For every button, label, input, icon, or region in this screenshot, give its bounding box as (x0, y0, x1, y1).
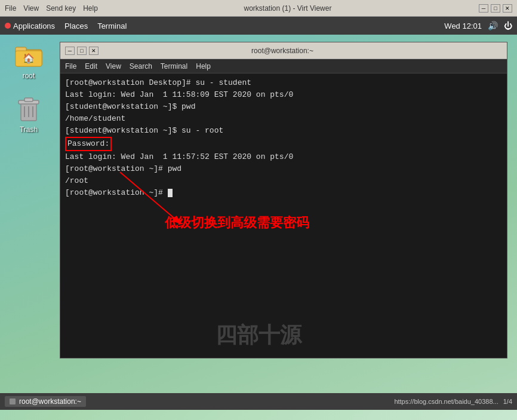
terminal-titlebar: ─ □ ✕ root@workstation:~ (60, 42, 507, 59)
term-line-7: [root@workstation ~]# pwd (65, 163, 502, 175)
cursor (168, 189, 173, 197)
term-menu-view[interactable]: View (106, 62, 121, 70)
term-line-8: /root (65, 175, 502, 187)
taskbar-icon (10, 398, 16, 404)
term-line-5: Password: (65, 137, 502, 151)
close-button[interactable]: ✕ (503, 4, 512, 13)
menu-help[interactable]: Help (83, 4, 98, 13)
term-menu-search[interactable]: Search (130, 62, 152, 70)
taskbar-page: 1/4 (503, 398, 512, 405)
terminal-title: root@workstation:~ (99, 47, 466, 55)
terminal-close[interactable]: ✕ (89, 47, 99, 55)
terminal-minimize[interactable]: ─ (65, 47, 75, 55)
taskbar: root@workstation:~ https://blog.csdn.net… (0, 393, 517, 410)
menu-file[interactable]: File (5, 4, 16, 13)
taskbar-right-area: https://blog.csdn.net/baidu_40388... 1/4 (394, 398, 512, 405)
terminal-maximize[interactable]: □ (77, 47, 87, 55)
window-title: workstation (1) - Virt Viewer (98, 4, 478, 13)
term-line-1: Last login: Wed Jan 1 11:58:09 EST 2020 … (65, 89, 502, 101)
term-line-4: [student@workstation ~]$ su - root (65, 125, 502, 137)
terminal-content[interactable]: [root@workstation Desktop]# su - student… (60, 73, 507, 358)
terminal-window-controls[interactable]: ─ □ ✕ (65, 47, 99, 55)
window-controls: ─ □ ✕ (478, 4, 512, 13)
maximize-button[interactable]: □ (491, 4, 500, 13)
terminal-button[interactable]: Terminal (97, 22, 127, 30)
menu-view[interactable]: View (23, 4, 39, 13)
annotation-text: 低级切换到高级需要密码 (165, 214, 309, 232)
term-menu-file[interactable]: File (65, 62, 76, 70)
terminal-window: ─ □ ✕ root@workstation:~ File Edit View … (60, 42, 507, 358)
term-menu-edit[interactable]: Edit (85, 62, 97, 70)
term-line-3: /home/student (65, 113, 502, 125)
title-bar: File View Send key Help workstation (1) … (0, 0, 517, 17)
places-button[interactable]: Places (64, 22, 88, 30)
taskbar-url: https://blog.csdn.net/baidu_40388... (394, 398, 498, 405)
applications-label[interactable]: Applications (13, 22, 55, 30)
desktop-icon-root[interactable]: 🏠 root (10, 41, 48, 80)
desktop-icon-trash[interactable]: Trash (10, 94, 48, 134)
term-line-9: [root@workstation ~]# (65, 187, 502, 199)
power-icon[interactable]: ⏻ (504, 21, 512, 30)
minimize-button[interactable]: ─ (479, 4, 488, 13)
sound-icon[interactable]: 🔊 (488, 21, 498, 30)
term-line-2: [student@workstation ~]$ pwd (65, 101, 502, 113)
trash-icon (14, 94, 43, 123)
applications-dot (5, 23, 11, 29)
top-panel: Applications Places Terminal Wed 12:01 🔊… (0, 17, 517, 35)
folder-icon: 🏠 (14, 41, 43, 69)
taskbar-label: root@workstation:~ (19, 397, 81, 406)
root-icon-label: root (23, 72, 35, 80)
svg-text:🏠: 🏠 (23, 53, 35, 64)
term-menu-help[interactable]: Help (196, 62, 211, 70)
terminal-menubar: File Edit View Search Terminal Help (60, 59, 507, 73)
clock: Wed 12:01 (444, 22, 482, 30)
svg-rect-6 (24, 98, 33, 102)
menu-sendkey[interactable]: Send key (46, 4, 76, 13)
term-line-6: Last login: Wed Jan 1 11:57:52 EST 2020 … (65, 151, 502, 163)
desktop: 🏠 root Trash ─ □ ✕ root@wor (0, 35, 517, 410)
panel-left: Applications Places Terminal (5, 22, 127, 30)
trash-icon-label: Trash (20, 125, 38, 134)
password-highlight: Password: (65, 137, 112, 151)
annotation-label: 低级切换到高级需要密码 (165, 216, 309, 231)
term-menu-terminal[interactable]: Terminal (161, 62, 187, 70)
applications-button[interactable]: Applications (5, 22, 55, 30)
term-line-0: [root@workstation Desktop]# su - student (65, 77, 502, 89)
taskbar-item[interactable]: root@workstation:~ (5, 396, 86, 407)
panel-right: Wed 12:01 🔊 ⏻ (444, 21, 512, 30)
title-menu[interactable]: File View Send key Help (5, 4, 98, 13)
